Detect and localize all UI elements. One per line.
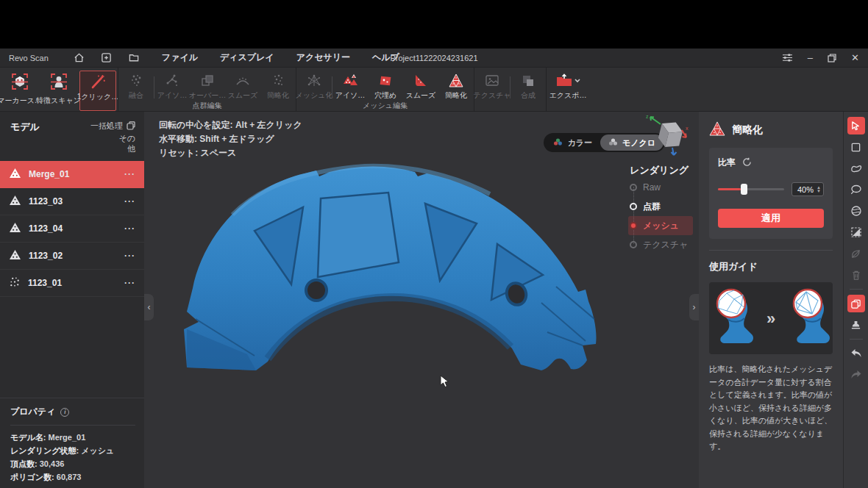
rendering-options: Raw 点群 メッシュ テクスチャ [628,178,693,254]
info-icon[interactable]: i [60,408,69,417]
texture-group: テクスチャ 合成 [474,68,546,111]
hint-pan: 水平移動: Shift + 左ドラッグ [159,132,302,146]
delete-selection-button[interactable] [847,266,865,284]
ratio-value-box[interactable]: 40% ▲ ▼ [791,182,824,196]
menu-accessories[interactable]: アクセサリー [296,51,350,64]
mesh-create-button[interactable]: メッシュ化 [296,71,332,101]
sphere-select-button[interactable] [847,202,865,220]
collapse-panel-button[interactable]: › [689,294,699,320]
mesh-create-icon [305,72,324,90]
revo-scan-window: Revo Scan ファイル ディスプレイ アクセサリー ヘルプ Project… [0,49,868,488]
menu-display[interactable]: ディスプレイ [220,51,274,64]
radio-icon [630,203,637,210]
one-click-label: 1クリック… [77,92,119,102]
render-option-mesh[interactable]: メッシュ [628,216,693,235]
render-option-texture[interactable]: テクスチャ [628,235,693,254]
restore-button[interactable] [828,54,836,62]
selection-tool-strip [843,112,868,488]
marker-scan-button[interactable]: マーカース… [0,71,39,111]
model-row-merge-01[interactable]: Merge_01 ··· [0,161,144,188]
feature-scan-label: 特徴スキャン [36,96,81,106]
mouse-cursor [440,375,450,388]
model-menu-button[interactable]: ··· [124,223,135,234]
select-tool-button[interactable] [847,117,865,134]
rectangle-select-button[interactable] [847,138,865,156]
model-menu-button[interactable]: ··· [124,278,135,288]
mesh-isolation-button[interactable]: アイソ… [332,71,368,101]
color-mode-label: カラー [567,137,592,148]
slider-fill [718,188,741,190]
lasso-select-button[interactable] [847,181,865,198]
mesh-model-icon [9,195,21,209]
pc-smooth-button[interactable]: スムーズ [225,71,260,101]
new-project-icon[interactable] [101,52,112,63]
slider-handle[interactable] [741,184,747,195]
radio-icon [630,241,637,248]
export-button[interactable]: エクスポ… [547,71,589,101]
menu-help[interactable]: ヘルプ [372,51,399,64]
batch-process-label: 一括処理 [90,121,123,132]
feature-scan-button[interactable]: 特徴スキャン [39,71,78,111]
ratio-value: 40% [794,185,817,194]
minimize-button[interactable]: – [808,53,813,62]
texture-button[interactable]: テクスチャ [474,71,510,101]
ratio-card: 比率 40% ▲ ▼ 適用 [709,148,833,239]
undo-button[interactable] [847,345,865,362]
sidebar-more-button[interactable]: その他 [113,133,135,154]
model-row-1123-03[interactable]: 1123_03 ··· [0,188,144,215]
model-menu-button[interactable]: ··· [124,196,135,207]
invert-select-button[interactable] [847,223,865,241]
fill-brush-button[interactable] [847,316,865,334]
apply-button[interactable]: 適用 [718,209,824,228]
close-button[interactable]: ✕ [851,53,859,62]
hole-fill-icon [376,72,395,90]
fuse-button[interactable]: 融合 [118,71,154,101]
pc-smooth-label: スムーズ [228,90,258,101]
render-option-raw[interactable]: Raw [628,178,693,197]
mono-dots-icon [608,137,618,148]
one-click-button[interactable]: 1クリック… [79,71,116,111]
model-list: Merge_01 ··· 1123_03 ··· 1123_04 ··· 112… [0,161,144,297]
model-row-1123-01[interactable]: 1123_01 ··· [0,270,144,297]
open-folder-icon[interactable] [128,52,140,63]
mesh-simplify-icon [447,72,466,90]
mesh-simplify-label: 簡略化 [445,90,467,101]
model-menu-button[interactable]: ··· [124,169,135,179]
pc-simplify-button[interactable]: 簡略化 [260,71,296,101]
pc-overlap-button[interactable]: オーバー… [190,71,225,101]
render-option-pointcloud[interactable]: 点群 [628,197,693,216]
model-menu-button[interactable]: ··· [124,251,135,261]
stepper-down-icon[interactable]: ▼ [817,190,821,193]
compare-overlay-button[interactable] [847,295,865,312]
rendering-title: レンダリング [630,164,689,177]
deselect-button[interactable] [847,245,865,262]
mesh-model-icon [9,222,21,236]
home-icon[interactable] [74,52,85,63]
model-row-1123-02[interactable]: 1123_02 ··· [0,243,144,270]
model-row-1123-04[interactable]: 1123_04 ··· [0,215,144,243]
batch-copy-icon [127,121,135,132]
batch-process-button[interactable]: 一括処理 [90,121,135,132]
divider [850,289,863,290]
pc-overlap-icon [198,72,217,90]
navigation-cube[interactable]: z x [643,112,690,161]
model-name: Merge_01 [29,169,69,179]
polygon-select-button[interactable] [847,159,865,177]
viewport-canvas[interactable]: 回転の中心を設定: Alt + 左クリック 水平移動: Shift + 左ドラッ… [144,112,699,488]
feedback-tune-icon[interactable] [782,53,793,62]
redo-button[interactable] [847,366,865,384]
pc-isolation-button[interactable]: アイソ… [154,71,190,101]
color-mode-button[interactable]: カラー [545,134,600,151]
menu-file[interactable]: ファイル [162,51,198,64]
mesh-simplify-button[interactable]: 簡略化 [438,71,474,101]
pc-simplify-icon [268,72,288,90]
collapse-sidebar-button[interactable]: ‹ [144,294,154,320]
ratio-slider[interactable] [718,188,784,190]
mesh-isolation-label: アイソ… [335,90,366,101]
hole-fill-button[interactable]: 穴埋め [368,71,403,101]
fuse-label: 融合 [129,90,143,101]
pc-overlap-label: オーバー… [189,90,226,101]
mesh-smooth-button[interactable]: スムーズ [403,71,438,101]
compose-button[interactable]: 合成 [511,71,546,101]
reset-ratio-icon[interactable] [742,157,752,169]
